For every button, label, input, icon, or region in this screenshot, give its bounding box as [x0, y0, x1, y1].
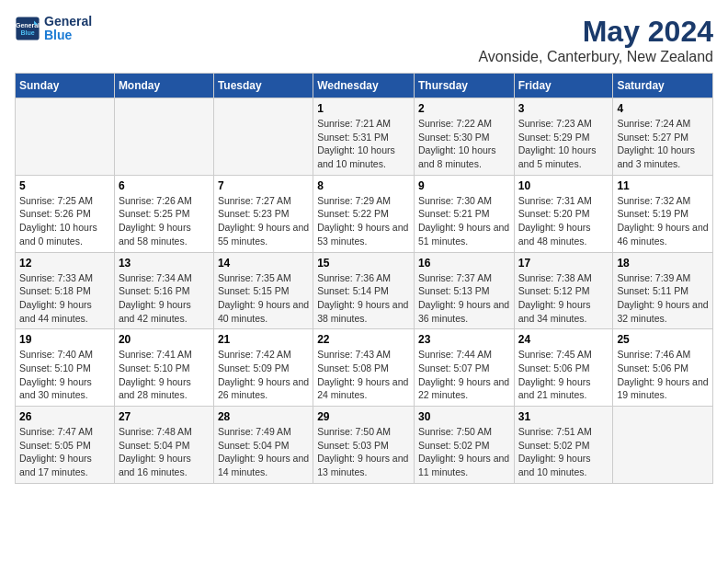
calendar-cell: 19Sunrise: 7:40 AM Sunset: 5:10 PM Dayli… — [16, 329, 115, 407]
day-info: Sunrise: 7:35 AM Sunset: 5:15 PM Dayligh… — [218, 271, 309, 326]
calendar-cell: 25Sunrise: 7:46 AM Sunset: 5:06 PM Dayli… — [613, 329, 713, 407]
header-day-thursday: Thursday — [414, 74, 514, 98]
day-info: Sunrise: 7:30 AM Sunset: 5:21 PM Dayligh… — [418, 194, 510, 248]
calendar-cell: 15Sunrise: 7:36 AM Sunset: 5:14 PM Dayli… — [313, 252, 415, 329]
day-info: Sunrise: 7:21 AM Sunset: 5:31 PM Dayligh… — [317, 117, 410, 171]
day-number: 15 — [317, 257, 410, 270]
day-number: 7 — [218, 179, 309, 192]
header-day-friday: Friday — [514, 74, 613, 98]
calendar-cell: 21Sunrise: 7:42 AM Sunset: 5:09 PM Dayli… — [213, 329, 313, 407]
day-number: 16 — [418, 257, 510, 270]
calendar-cell: 27Sunrise: 7:48 AM Sunset: 5:04 PM Dayli… — [114, 407, 213, 484]
calendar-cell: 28Sunrise: 7:49 AM Sunset: 5:04 PM Dayli… — [213, 407, 313, 484]
calendar-cell: 1Sunrise: 7:21 AM Sunset: 5:31 PM Daylig… — [313, 98, 415, 176]
day-number: 12 — [19, 257, 110, 270]
day-number: 11 — [617, 179, 709, 192]
day-info: Sunrise: 7:23 AM Sunset: 5:29 PM Dayligh… — [518, 117, 609, 171]
day-info: Sunrise: 7:47 AM Sunset: 5:05 PM Dayligh… — [19, 425, 110, 479]
main-title: May 2024 — [478, 15, 713, 49]
calendar-cell: 9Sunrise: 7:30 AM Sunset: 5:21 PM Daylig… — [414, 175, 514, 252]
calendar-cell — [213, 98, 313, 176]
svg-rect-0 — [16, 17, 39, 40]
day-number: 8 — [317, 179, 410, 192]
day-info: Sunrise: 7:40 AM Sunset: 5:10 PM Dayligh… — [19, 348, 110, 402]
week-row-1: 1Sunrise: 7:21 AM Sunset: 5:31 PM Daylig… — [16, 98, 713, 176]
day-info: Sunrise: 7:31 AM Sunset: 5:20 PM Dayligh… — [518, 194, 609, 248]
day-number: 17 — [518, 257, 609, 270]
day-info: Sunrise: 7:50 AM Sunset: 5:02 PM Dayligh… — [418, 425, 510, 479]
svg-text:General: General — [16, 22, 40, 29]
day-info: Sunrise: 7:29 AM Sunset: 5:22 PM Dayligh… — [317, 194, 410, 248]
calendar-cell: 4Sunrise: 7:24 AM Sunset: 5:27 PM Daylig… — [613, 98, 713, 176]
calendar-body: 1Sunrise: 7:21 AM Sunset: 5:31 PM Daylig… — [16, 98, 713, 484]
day-number: 31 — [518, 410, 609, 423]
header-day-saturday: Saturday — [613, 74, 713, 98]
day-info: Sunrise: 7:41 AM Sunset: 5:10 PM Dayligh… — [119, 348, 210, 402]
day-info: Sunrise: 7:49 AM Sunset: 5:04 PM Dayligh… — [218, 425, 309, 479]
day-info: Sunrise: 7:38 AM Sunset: 5:12 PM Dayligh… — [518, 271, 609, 326]
calendar-cell: 18Sunrise: 7:39 AM Sunset: 5:11 PM Dayli… — [613, 252, 713, 329]
day-number: 27 — [119, 410, 210, 423]
day-number: 25 — [617, 333, 709, 346]
header-row: SundayMondayTuesdayWednesdayThursdayFrid… — [16, 74, 713, 98]
day-info: Sunrise: 7:43 AM Sunset: 5:08 PM Dayligh… — [317, 348, 410, 402]
day-info: Sunrise: 7:33 AM Sunset: 5:18 PM Dayligh… — [19, 271, 110, 326]
logo-text: General Blue — [44, 15, 92, 43]
day-info: Sunrise: 7:50 AM Sunset: 5:03 PM Dayligh… — [317, 425, 410, 479]
day-info: Sunrise: 7:51 AM Sunset: 5:02 PM Dayligh… — [518, 425, 609, 479]
day-info: Sunrise: 7:48 AM Sunset: 5:04 PM Dayligh… — [119, 425, 210, 479]
week-row-2: 5Sunrise: 7:25 AM Sunset: 5:26 PM Daylig… — [16, 175, 713, 252]
calendar-cell: 16Sunrise: 7:37 AM Sunset: 5:13 PM Dayli… — [414, 252, 514, 329]
day-info: Sunrise: 7:22 AM Sunset: 5:30 PM Dayligh… — [418, 117, 510, 171]
header-day-tuesday: Tuesday — [213, 74, 313, 98]
day-number: 5 — [19, 179, 110, 192]
day-info: Sunrise: 7:25 AM Sunset: 5:26 PM Dayligh… — [19, 194, 110, 248]
calendar-table: SundayMondayTuesdayWednesdayThursdayFrid… — [15, 73, 713, 484]
calendar-cell: 6Sunrise: 7:26 AM Sunset: 5:25 PM Daylig… — [114, 175, 213, 252]
day-number: 20 — [119, 333, 210, 346]
calendar-cell: 26Sunrise: 7:47 AM Sunset: 5:05 PM Dayli… — [16, 407, 115, 484]
calendar-cell — [613, 407, 713, 484]
week-row-5: 26Sunrise: 7:47 AM Sunset: 5:05 PM Dayli… — [16, 407, 713, 484]
calendar-header: SundayMondayTuesdayWednesdayThursdayFrid… — [16, 74, 713, 98]
day-info: Sunrise: 7:44 AM Sunset: 5:07 PM Dayligh… — [418, 348, 510, 402]
day-info: Sunrise: 7:39 AM Sunset: 5:11 PM Dayligh… — [617, 271, 709, 326]
calendar-cell: 31Sunrise: 7:51 AM Sunset: 5:02 PM Dayli… — [514, 407, 613, 484]
day-info: Sunrise: 7:37 AM Sunset: 5:13 PM Dayligh… — [418, 271, 510, 326]
calendar-cell — [114, 98, 213, 176]
logo: General Blue General Blue — [15, 15, 92, 43]
day-info: Sunrise: 7:24 AM Sunset: 5:27 PM Dayligh… — [617, 117, 709, 171]
day-info: Sunrise: 7:27 AM Sunset: 5:23 PM Dayligh… — [218, 194, 309, 248]
calendar-cell: 24Sunrise: 7:45 AM Sunset: 5:06 PM Dayli… — [514, 329, 613, 407]
calendar-cell: 8Sunrise: 7:29 AM Sunset: 5:22 PM Daylig… — [313, 175, 415, 252]
day-info: Sunrise: 7:46 AM Sunset: 5:06 PM Dayligh… — [617, 348, 709, 402]
calendar-cell: 14Sunrise: 7:35 AM Sunset: 5:15 PM Dayli… — [213, 252, 313, 329]
calendar-cell: 30Sunrise: 7:50 AM Sunset: 5:02 PM Dayli… — [414, 407, 514, 484]
day-number: 24 — [518, 333, 609, 346]
day-number: 2 — [418, 102, 510, 115]
title-area: May 2024 Avonside, Canterbury, New Zeala… — [478, 15, 713, 65]
week-row-4: 19Sunrise: 7:40 AM Sunset: 5:10 PM Dayli… — [16, 329, 713, 407]
calendar-cell: 29Sunrise: 7:50 AM Sunset: 5:03 PM Dayli… — [313, 407, 415, 484]
day-info: Sunrise: 7:45 AM Sunset: 5:06 PM Dayligh… — [518, 348, 609, 402]
subtitle: Avonside, Canterbury, New Zealand — [478, 49, 713, 65]
day-number: 6 — [119, 179, 210, 192]
header: General Blue General Blue May 2024 Avons… — [15, 15, 713, 65]
calendar-cell: 5Sunrise: 7:25 AM Sunset: 5:26 PM Daylig… — [16, 175, 115, 252]
day-number: 22 — [317, 333, 410, 346]
day-number: 26 — [19, 410, 110, 423]
day-info: Sunrise: 7:34 AM Sunset: 5:16 PM Dayligh… — [119, 271, 210, 326]
calendar-cell: 22Sunrise: 7:43 AM Sunset: 5:08 PM Dayli… — [313, 329, 415, 407]
calendar-cell: 7Sunrise: 7:27 AM Sunset: 5:23 PM Daylig… — [213, 175, 313, 252]
calendar-cell: 10Sunrise: 7:31 AM Sunset: 5:20 PM Dayli… — [514, 175, 613, 252]
day-number: 21 — [218, 333, 309, 346]
calendar-cell: 20Sunrise: 7:41 AM Sunset: 5:10 PM Dayli… — [114, 329, 213, 407]
logo-icon: General Blue — [15, 16, 40, 41]
day-info: Sunrise: 7:42 AM Sunset: 5:09 PM Dayligh… — [218, 348, 309, 402]
day-info: Sunrise: 7:32 AM Sunset: 5:19 PM Dayligh… — [617, 194, 709, 248]
day-number: 23 — [418, 333, 510, 346]
day-number: 13 — [119, 257, 210, 270]
calendar-cell: 12Sunrise: 7:33 AM Sunset: 5:18 PM Dayli… — [16, 252, 115, 329]
calendar-cell — [16, 98, 115, 176]
calendar-cell: 13Sunrise: 7:34 AM Sunset: 5:16 PM Dayli… — [114, 252, 213, 329]
